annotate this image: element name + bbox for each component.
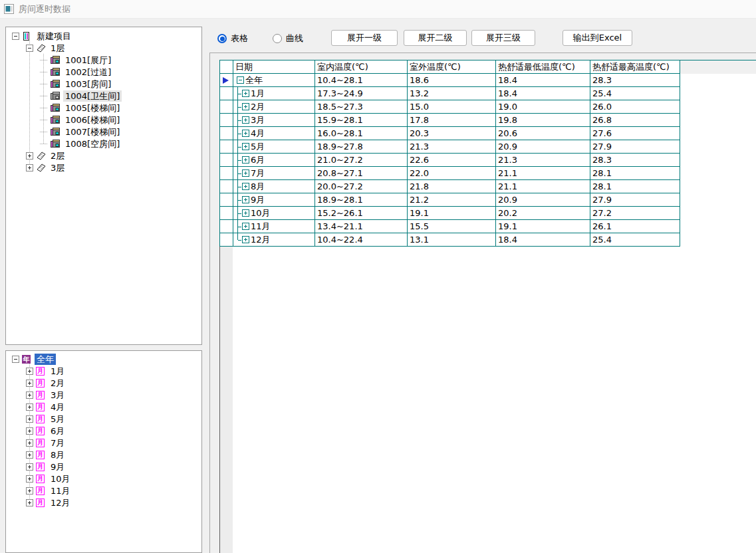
tree-item[interactable]: 1001[展厅] bbox=[6, 54, 201, 66]
plus-expander-icon[interactable] bbox=[242, 156, 249, 164]
column-header[interactable]: 室内温度(℃) bbox=[315, 60, 408, 74]
plus-expander-icon[interactable] bbox=[26, 368, 33, 375]
expand-level3-button[interactable]: 展开三级 bbox=[471, 30, 535, 46]
tree-item[interactable]: 1层 bbox=[6, 42, 201, 54]
tree-item[interactable]: 月 1月 bbox=[6, 365, 201, 377]
plus-expander-icon[interactable] bbox=[242, 196, 249, 203]
view-radio-table[interactable]: 表格 bbox=[217, 33, 248, 45]
plus-expander-icon[interactable] bbox=[242, 209, 249, 217]
plus-expander-icon[interactable] bbox=[26, 475, 33, 483]
tree-item[interactable]: 1002[过道] bbox=[6, 66, 201, 78]
data-table: 日期室内温度(℃)室外温度(℃)热舒适最低温度(℃)热舒适最高温度(℃) 全年1… bbox=[219, 60, 680, 247]
value-cell: 18.4 bbox=[496, 74, 590, 87]
value-cell: 26.1 bbox=[590, 220, 680, 233]
app-window: { "window": { "title": "房间逐时数据" }, "tool… bbox=[0, 0, 756, 553]
column-header[interactable]: 日期 bbox=[233, 60, 315, 74]
tree-item[interactable]: 月 12月 bbox=[6, 497, 201, 508]
minus-expander-icon[interactable] bbox=[12, 356, 19, 363]
plus-expander-icon[interactable] bbox=[242, 90, 249, 97]
value-cell: 16.0~28.1 bbox=[315, 127, 408, 140]
tree-item[interactable]: 1006[楼梯间] bbox=[6, 114, 201, 126]
column-header[interactable]: 热舒适最高温度(℃) bbox=[590, 60, 680, 74]
plus-expander-icon[interactable] bbox=[26, 164, 33, 171]
tree-item[interactable]: 月 3月 bbox=[6, 389, 201, 401]
tree-item[interactable]: 新建项目 bbox=[6, 30, 201, 42]
tree-item-label: 1001[展厅] bbox=[63, 55, 113, 66]
tree-item[interactable]: 2层 bbox=[6, 150, 201, 162]
table-row[interactable]: 3月15.9~28.117.819.826.8 bbox=[220, 114, 680, 127]
plus-expander-icon[interactable] bbox=[242, 116, 249, 124]
plus-expander-icon[interactable] bbox=[26, 499, 33, 506]
table-row[interactable]: 6月21.0~27.222.621.328.3 bbox=[220, 154, 680, 167]
export-excel-button[interactable]: 输出到Excel bbox=[563, 30, 632, 46]
tree-indent bbox=[6, 156, 26, 156]
expand-level2-button[interactable]: 展开二级 bbox=[404, 30, 467, 46]
tree-item[interactable]: 1003[房间] bbox=[6, 78, 201, 90]
table-row[interactable]: 7月20.8~27.122.021.128.1 bbox=[220, 167, 680, 180]
tree-item[interactable]: 1004[卫生间] bbox=[6, 90, 201, 102]
tree-item[interactable]: 月 2月 bbox=[6, 377, 201, 389]
value-cell: 17.8 bbox=[408, 114, 496, 127]
date-label: 全年 bbox=[245, 74, 263, 86]
plus-expander-icon[interactable] bbox=[26, 427, 33, 435]
tree-item[interactable]: 月 10月 bbox=[6, 473, 201, 485]
plus-expander-icon[interactable] bbox=[26, 487, 33, 495]
table-row[interactable]: 5月18.9~27.821.320.927.9 bbox=[220, 140, 680, 154]
plus-expander-icon[interactable] bbox=[26, 415, 33, 423]
tree-item[interactable]: 月 5月 bbox=[6, 413, 201, 425]
tree-item[interactable]: 月 9月 bbox=[6, 461, 201, 473]
value-cell: 22.0 bbox=[408, 167, 496, 180]
plus-expander-icon[interactable] bbox=[26, 391, 33, 399]
view-radio-curve[interactable]: 曲线 bbox=[273, 33, 303, 45]
table-row[interactable]: 10月15.2~26.119.120.227.2 bbox=[220, 207, 680, 220]
plus-expander-icon[interactable] bbox=[242, 183, 249, 190]
plus-expander-icon[interactable] bbox=[242, 236, 249, 243]
tree-item[interactable]: 1005[楼梯间] bbox=[6, 102, 201, 114]
plus-expander-icon[interactable] bbox=[26, 152, 33, 160]
table-row[interactable]: 8月20.0~27.221.821.128.1 bbox=[220, 180, 680, 193]
expand-level1-button[interactable]: 展开一级 bbox=[331, 30, 398, 46]
tree-item[interactable]: 1008[空房间] bbox=[6, 138, 201, 150]
tree-item[interactable]: 月 6月 bbox=[6, 425, 201, 437]
plus-expander-icon[interactable] bbox=[26, 439, 33, 447]
column-header[interactable]: 热舒适最低温度(℃) bbox=[496, 60, 590, 74]
tree-item[interactable]: 月 11月 bbox=[6, 485, 201, 497]
tree-item-label: 1008[空房间] bbox=[63, 138, 122, 150]
minus-expander-icon[interactable] bbox=[26, 45, 33, 52]
tree-indent bbox=[6, 455, 26, 455]
table-row[interactable]: 1月17.3~24.913.218.425.4 bbox=[220, 87, 680, 100]
tree-indent bbox=[6, 120, 40, 120]
column-header[interactable]: 室外温度(℃) bbox=[408, 60, 496, 74]
tree-indent bbox=[6, 443, 26, 443]
tree-item[interactable]: 1007[楼梯间] bbox=[6, 126, 201, 138]
tree-item[interactable]: 月 8月 bbox=[6, 449, 201, 461]
plus-expander-icon[interactable] bbox=[242, 130, 249, 137]
table-row[interactable]: 9月18.9~28.121.220.927.9 bbox=[220, 193, 680, 207]
month-icon: 月 bbox=[35, 462, 46, 472]
row-indicator-cell bbox=[220, 154, 233, 167]
minus-expander-icon[interactable] bbox=[12, 33, 19, 40]
table-row[interactable]: 4月16.0~28.120.320.627.6 bbox=[220, 127, 680, 140]
grid-panel: 日期室内温度(℃)室外温度(℃)热舒适最低温度(℃)热舒适最高温度(℃) 全年1… bbox=[209, 53, 756, 553]
plus-expander-icon[interactable] bbox=[242, 143, 249, 150]
plus-expander-icon[interactable] bbox=[242, 223, 249, 230]
value-cell: 22.6 bbox=[408, 154, 496, 167]
minus-expander-icon[interactable] bbox=[237, 76, 244, 84]
plus-expander-icon[interactable] bbox=[26, 451, 33, 459]
tree-item[interactable]: 3层 bbox=[6, 162, 201, 173]
plus-expander-icon[interactable] bbox=[26, 403, 33, 411]
plus-expander-icon[interactable] bbox=[26, 463, 33, 471]
table-row[interactable]: 11月13.4~21.115.519.126.1 bbox=[220, 220, 680, 233]
tree-item-label: 7月 bbox=[49, 437, 66, 449]
tree-item[interactable]: 年 全年 bbox=[6, 353, 201, 365]
plus-expander-icon[interactable] bbox=[242, 103, 249, 110]
tree-item[interactable]: 月 4月 bbox=[6, 401, 201, 413]
table-row[interactable]: 12月10.4~22.413.118.425.4 bbox=[220, 233, 680, 247]
tree-item[interactable]: 月 7月 bbox=[6, 437, 201, 449]
table-row[interactable]: 2月18.5~27.315.019.026.0 bbox=[220, 100, 680, 114]
table-row[interactable]: 全年10.4~28.118.618.428.3 bbox=[220, 74, 680, 87]
plus-expander-icon[interactable] bbox=[242, 169, 249, 177]
plus-expander-icon[interactable] bbox=[26, 380, 33, 387]
date-cell: 1月 bbox=[233, 87, 315, 100]
value-cell: 21.3 bbox=[496, 154, 590, 167]
